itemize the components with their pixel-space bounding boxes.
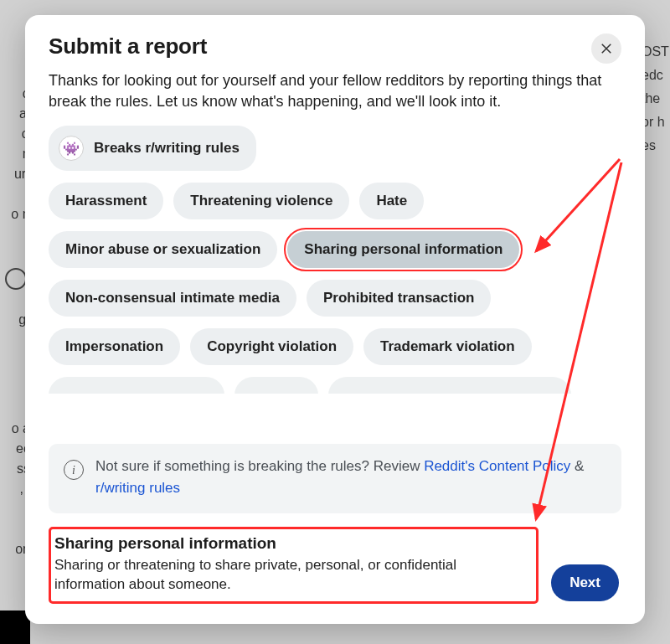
reason-label: Prohibited transaction	[323, 290, 474, 307]
selected-reason-title: Sharing personal information	[54, 534, 528, 553]
reason-prohibited-transaction[interactable]: Prohibited transaction	[307, 280, 491, 317]
reason-impersonation[interactable]: Impersonation	[49, 328, 180, 365]
policy-hint-prefix: Not sure if something is breaking the ru…	[95, 458, 424, 474]
reason-copyright[interactable]: Copyright violation	[190, 328, 353, 365]
reason-sharing-personal-info[interactable]: Sharing personal information	[287, 231, 519, 268]
info-icon: i	[64, 460, 84, 480]
reason-label: Trademark violation	[380, 338, 515, 355]
close-icon	[599, 41, 614, 56]
modal-intro-text: Thanks for looking out for yourself and …	[25, 70, 645, 122]
reason-minor-abuse[interactable]: Minor abuse or sexualization	[49, 231, 277, 268]
modal-footer: Sharing personal information Sharing or …	[25, 513, 645, 624]
reason-label: Sharing personal information	[304, 241, 502, 258]
reason-threatening-violence[interactable]: Threatening violence	[173, 183, 349, 219]
close-button[interactable]	[591, 33, 621, 64]
reason-community-rules[interactable]: 👾 Breaks r/writing rules	[49, 126, 256, 171]
selected-reason-explain: Sharing personal information Sharing or …	[51, 529, 536, 601]
reason-hate[interactable]: Hate	[359, 183, 424, 219]
reason-cutoff[interactable]: placeholder	[49, 377, 224, 394]
selected-reason-description: Sharing or threatening to share private,…	[54, 556, 528, 595]
reason-label: Minor abuse or sexualization	[65, 241, 260, 258]
reason-ncim[interactable]: Non-consensual intimate media	[49, 280, 296, 317]
report-reasons-list: 👾 Breaks r/writing rules Harassment Thre…	[25, 122, 645, 439]
reasons-cutoff-row: placeholder ph placeholder long	[49, 377, 621, 394]
link-community-rules[interactable]: r/writing rules	[95, 480, 180, 496]
modal-header: Submit a report	[25, 15, 645, 70]
reason-cutoff[interactable]: placeholder long	[328, 377, 571, 394]
reason-trademark[interactable]: Trademark violation	[363, 328, 532, 365]
policy-hint-text: Not sure if something is breaking the ru…	[95, 456, 606, 498]
modal-title: Submit a report	[49, 33, 207, 59]
reason-label: Non-consensual intimate media	[65, 290, 280, 307]
snoo-icon: 👾	[59, 136, 84, 161]
reason-label: Harassment	[65, 193, 147, 209]
reason-label: Copyright violation	[207, 338, 337, 355]
reason-label: Impersonation	[65, 338, 163, 355]
reason-label: Hate	[376, 193, 407, 209]
next-button[interactable]: Next	[551, 564, 619, 601]
policy-hint-and: &	[570, 458, 584, 474]
reason-label: Threatening violence	[190, 193, 332, 209]
reason-harassment[interactable]: Harassment	[49, 183, 163, 219]
policy-hint-box: i Not sure if something is breaking the …	[49, 444, 621, 513]
reason-label: Breaks r/writing rules	[94, 140, 240, 157]
reason-cutoff[interactable]: ph	[234, 377, 318, 394]
link-content-policy[interactable]: Reddit's Content Policy	[424, 458, 570, 474]
report-modal: Submit a report Thanks for looking out f…	[25, 15, 645, 624]
